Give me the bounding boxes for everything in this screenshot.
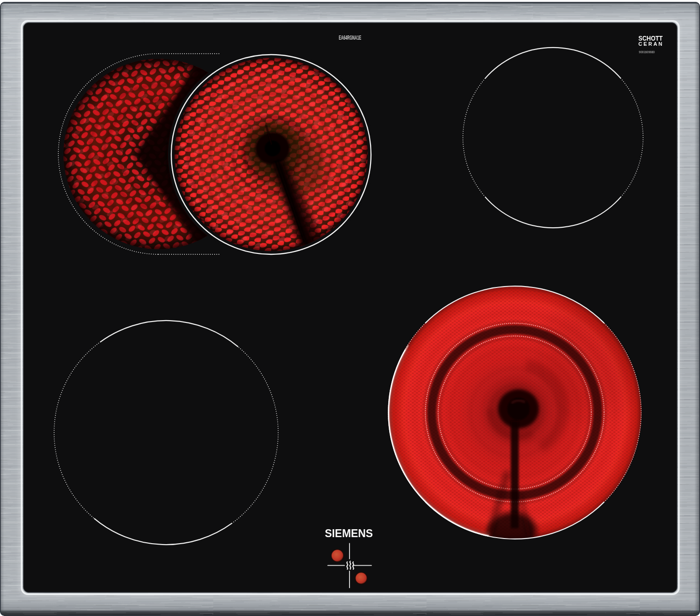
svg-text:EA64RGNA1E: EA64RGNA1E [339, 34, 361, 41]
svg-text:SCHOTT: SCHOTT [638, 34, 663, 42]
svg-text:9001609080: 9001609080 [639, 50, 655, 54]
svg-text:CERAN: CERAN [638, 41, 662, 47]
svg-text:SIEMENS: SIEMENS [325, 527, 373, 539]
